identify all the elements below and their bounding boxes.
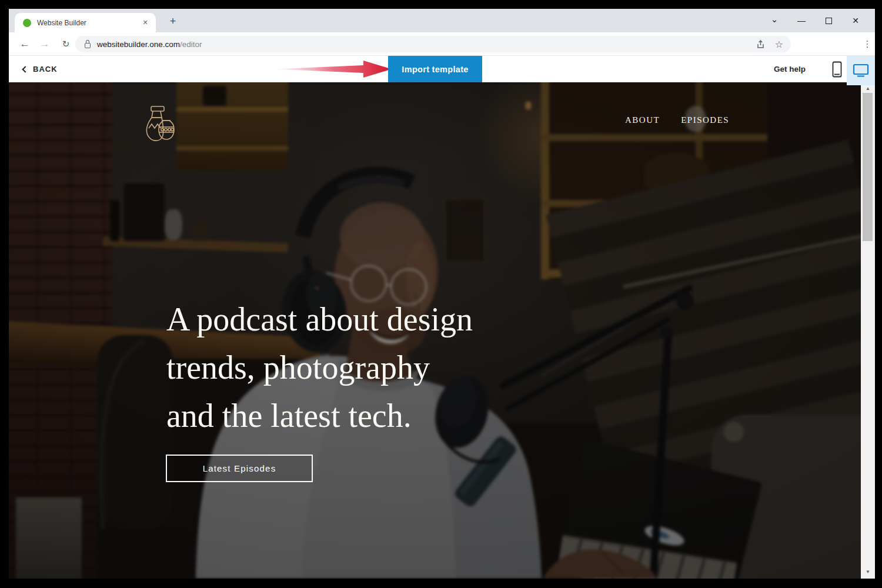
mobile-preview-toggle[interactable] (826, 56, 847, 82)
url-path: /editor (180, 40, 202, 49)
bookmark-star-icon[interactable]: ☆ (775, 39, 783, 50)
site-navigation: ABOUT EPISODES (625, 115, 729, 125)
scrollbar-thumb[interactable] (863, 93, 873, 241)
browser-window: Website Builder ✕ + ⌄ — ✕ ← → ↻ websiteb… (9, 9, 875, 579)
scroll-up-icon[interactable]: ▲ (861, 84, 875, 93)
reload-icon[interactable]: ↻ (57, 32, 75, 55)
chevron-down-icon[interactable]: ⌄ (761, 8, 788, 31)
hero-heading-line1: A podcast about design (166, 295, 613, 343)
address-bar: ← → ↻ websitebuilder.one.com/editor ☆ ⋮ (9, 32, 875, 56)
tab-strip: Website Builder ✕ + ⌄ — ✕ (9, 9, 875, 32)
omnibox-actions: ☆ (756, 39, 783, 50)
lock-icon (85, 43, 91, 48)
browser-tab[interactable]: Website Builder ✕ (15, 13, 156, 32)
pottery-logo-icon (144, 106, 178, 143)
nav-item-episodes[interactable]: EPISODES (681, 115, 729, 125)
back-button-label: BACK (33, 65, 58, 74)
template-hero-photo: ABOUT EPISODES A podcast about design tr… (9, 82, 861, 579)
get-help-link[interactable]: Get help (774, 56, 806, 82)
latest-episodes-button[interactable]: Latest Episodes (166, 455, 313, 482)
tab-title: Website Builder (37, 19, 140, 27)
desktop-monitor-icon (853, 64, 869, 78)
nav-item-about[interactable]: ABOUT (625, 115, 660, 125)
share-icon[interactable] (756, 39, 766, 49)
maximize-button[interactable] (815, 9, 842, 32)
page-scrollbar[interactable]: ▲ ▼ (861, 82, 875, 579)
import-template-button[interactable]: Import template (388, 56, 482, 82)
editor-canvas: ABOUT EPISODES A podcast about design tr… (9, 82, 875, 579)
url-text: websitebuilder.one.com/editor (97, 40, 202, 49)
site-favicon-icon (23, 19, 31, 27)
chevron-left-icon (22, 66, 28, 72)
back-icon[interactable]: ← (16, 32, 34, 55)
hero-heading-line3: and the latest tech. (166, 392, 613, 440)
mobile-phone-icon (832, 61, 842, 78)
desktop-preview-toggle[interactable] (847, 56, 875, 85)
editor-toolbar: BACK Import template Get help (9, 56, 875, 82)
minimize-button[interactable]: — (788, 9, 815, 32)
scroll-down-icon[interactable]: ▼ (861, 567, 875, 577)
window-controls: ⌄ — ✕ (761, 9, 869, 32)
hero-heading: A podcast about design trends, photograp… (166, 295, 613, 440)
browser-menu-icon[interactable]: ⋮ (861, 32, 874, 55)
forward-icon[interactable]: → (36, 32, 54, 55)
hero-heading-line2: trends, photography (166, 343, 613, 392)
url-input[interactable]: websitebuilder.one.com/editor ☆ (75, 36, 791, 52)
url-domain: websitebuilder.one.com (97, 40, 180, 49)
maximize-icon (826, 18, 832, 24)
close-button[interactable]: ✕ (842, 9, 869, 32)
site-logo[interactable] (144, 106, 178, 146)
red-arrow-annotation (275, 60, 392, 78)
tab-close-icon[interactable]: ✕ (140, 18, 151, 28)
back-button[interactable]: BACK (23, 56, 58, 82)
new-tab-button[interactable]: + (165, 14, 181, 29)
